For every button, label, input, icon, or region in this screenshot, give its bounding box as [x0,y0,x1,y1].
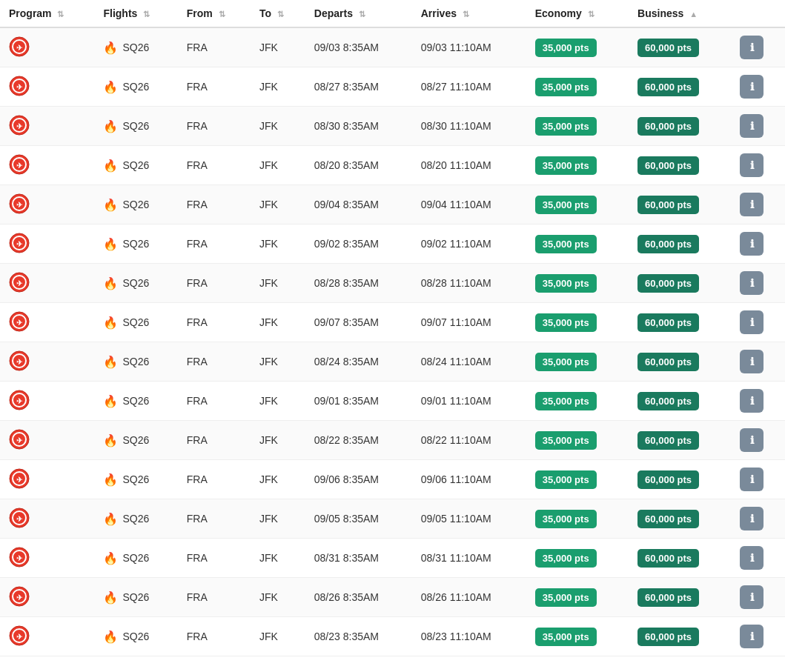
economy-cell[interactable]: 35,000 pts [526,460,629,499]
economy-badge[interactable]: 35,000 pts [535,431,597,450]
col-arrives[interactable]: Arrives ⇅ [412,0,526,27]
info-cell[interactable]: ℹ [731,27,785,67]
economy-cell[interactable]: 35,000 pts [526,303,629,342]
info-cell[interactable]: ℹ [731,460,785,499]
info-button[interactable]: ℹ [740,546,764,570]
economy-cell[interactable]: 35,000 pts [526,382,629,421]
economy-badge[interactable]: 35,000 pts [535,117,597,136]
economy-badge[interactable]: 35,000 pts [535,235,597,253]
info-button[interactable]: ℹ [740,75,764,99]
business-cell[interactable]: 60,000 pts [629,539,731,578]
business-cell[interactable]: 60,000 pts [629,499,731,539]
info-button[interactable]: ℹ [740,585,764,609]
business-badge[interactable]: 60,000 pts [637,510,699,528]
info-button[interactable]: ℹ [740,507,764,530]
economy-badge[interactable]: 35,000 pts [535,510,597,528]
business-cell[interactable]: 60,000 pts [629,617,731,656]
info-button[interactable]: ℹ [740,468,764,491]
economy-cell[interactable]: 35,000 pts [526,67,629,107]
info-button[interactable]: ℹ [740,350,764,373]
business-badge[interactable]: 60,000 pts [637,392,699,410]
info-button[interactable]: ℹ [740,428,764,452]
col-program[interactable]: Program ⇅ [0,0,94,27]
business-badge[interactable]: 60,000 pts [637,196,699,214]
economy-cell[interactable]: 35,000 pts [526,421,629,460]
economy-cell[interactable]: 35,000 pts [526,146,629,185]
business-badge[interactable]: 60,000 pts [637,39,699,57]
info-cell[interactable]: ℹ [731,499,785,539]
economy-cell[interactable]: 35,000 pts [526,578,629,617]
col-departs[interactable]: Departs ⇅ [305,0,412,27]
economy-badge[interactable]: 35,000 pts [535,78,597,96]
business-cell[interactable]: 60,000 pts [629,421,731,460]
info-button[interactable]: ℹ [740,310,764,334]
info-cell[interactable]: ℹ [731,539,785,578]
info-cell[interactable]: ℹ [731,107,785,146]
info-button[interactable]: ℹ [740,389,764,413]
col-economy[interactable]: Economy ⇅ [526,0,629,27]
economy-cell[interactable]: 35,000 pts [526,107,629,146]
economy-badge[interactable]: 35,000 pts [535,470,597,489]
economy-badge[interactable]: 35,000 pts [535,392,597,410]
info-button[interactable]: ℹ [740,625,764,648]
economy-cell[interactable]: 35,000 pts [526,539,629,578]
info-button[interactable]: ℹ [740,153,764,177]
info-cell[interactable]: ℹ [731,578,785,617]
business-badge[interactable]: 60,000 pts [637,431,699,450]
business-badge[interactable]: 60,000 pts [637,588,699,607]
col-to[interactable]: To ⇅ [251,0,305,27]
business-badge[interactable]: 60,000 pts [637,470,699,489]
business-badge[interactable]: 60,000 pts [637,549,699,568]
economy-cell[interactable]: 35,000 pts [526,264,629,303]
business-badge[interactable]: 60,000 pts [637,274,699,293]
economy-cell[interactable]: 35,000 pts [526,499,629,539]
economy-badge[interactable]: 35,000 pts [535,274,597,293]
business-badge[interactable]: 60,000 pts [637,628,699,646]
business-badge[interactable]: 60,000 pts [637,353,699,371]
business-badge[interactable]: 60,000 pts [637,313,699,332]
info-button[interactable]: ℹ [740,36,764,59]
economy-badge[interactable]: 35,000 pts [535,196,597,214]
info-button[interactable]: ℹ [740,193,764,216]
info-cell[interactable]: ℹ [731,264,785,303]
info-cell[interactable]: ℹ [731,146,785,185]
economy-cell[interactable]: 35,000 pts [526,617,629,656]
economy-badge[interactable]: 35,000 pts [535,39,597,57]
col-business[interactable]: Business ▲ [629,0,731,27]
info-cell[interactable]: ℹ [731,342,785,382]
economy-badge[interactable]: 35,000 pts [535,156,597,175]
economy-cell[interactable]: 35,000 pts [526,185,629,224]
info-button[interactable]: ℹ [740,232,764,256]
info-button[interactable]: ℹ [740,114,764,138]
economy-badge[interactable]: 35,000 pts [535,549,597,568]
info-cell[interactable]: ℹ [731,67,785,107]
economy-cell[interactable]: 35,000 pts [526,342,629,382]
info-cell[interactable]: ℹ [731,421,785,460]
economy-badge[interactable]: 35,000 pts [535,628,597,646]
info-cell[interactable]: ℹ [731,617,785,656]
info-cell[interactable]: ℹ [731,382,785,421]
business-badge[interactable]: 60,000 pts [637,235,699,253]
info-cell[interactable]: ℹ [731,303,785,342]
business-cell[interactable]: 60,000 pts [629,146,731,185]
business-cell[interactable]: 60,000 pts [629,303,731,342]
economy-cell[interactable]: 35,000 pts [526,224,629,264]
info-cell[interactable]: ℹ [731,185,785,224]
economy-badge[interactable]: 35,000 pts [535,353,597,371]
business-cell[interactable]: 60,000 pts [629,107,731,146]
business-cell[interactable]: 60,000 pts [629,27,731,67]
economy-badge[interactable]: 35,000 pts [535,588,597,607]
business-cell[interactable]: 60,000 pts [629,460,731,499]
business-cell[interactable]: 60,000 pts [629,67,731,107]
business-cell[interactable]: 60,000 pts [629,342,731,382]
business-badge[interactable]: 60,000 pts [637,78,699,96]
business-cell[interactable]: 60,000 pts [629,224,731,264]
info-button[interactable]: ℹ [740,271,764,295]
col-from[interactable]: From ⇅ [178,0,251,27]
business-cell[interactable]: 60,000 pts [629,264,731,303]
economy-cell[interactable]: 35,000 pts [526,27,629,67]
business-badge[interactable]: 60,000 pts [637,117,699,136]
economy-badge[interactable]: 35,000 pts [535,313,597,332]
business-cell[interactable]: 60,000 pts [629,578,731,617]
business-cell[interactable]: 60,000 pts [629,185,731,224]
